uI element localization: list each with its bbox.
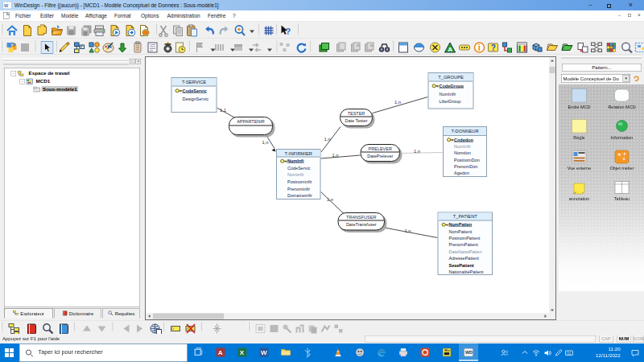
svg-text:1,n: 1,n xyxy=(414,149,420,154)
svg-text:1,n: 1,n xyxy=(262,140,269,145)
svg-text:1,n: 1,n xyxy=(327,197,333,202)
svg-text:1,n: 1,n xyxy=(324,137,331,142)
svg-text:WD: WD xyxy=(465,350,473,355)
svg-text:Win: Win xyxy=(444,349,451,352)
svg-text:i: i xyxy=(478,43,481,52)
svg-text:X: X xyxy=(240,349,245,356)
svg-text:W: W xyxy=(261,349,267,356)
svg-text:1,1: 1,1 xyxy=(220,108,226,113)
svg-text:1,n: 1,n xyxy=(405,228,411,233)
svg-text:1,n: 1,n xyxy=(394,100,401,105)
svg-text:?: ? xyxy=(286,27,291,36)
svg-text:W: W xyxy=(4,3,9,8)
svg-text:?: ? xyxy=(491,43,496,52)
svg-text:1,n: 1,n xyxy=(332,153,339,158)
svg-text:A: A xyxy=(448,46,452,53)
svg-text:A: A xyxy=(218,349,223,356)
